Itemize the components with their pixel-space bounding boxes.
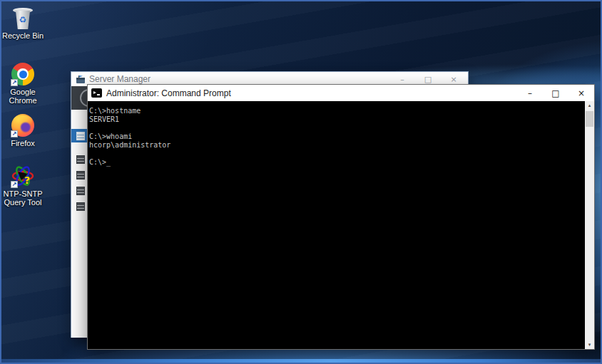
server-manager-title: Server Manager [89, 74, 150, 84]
close-button[interactable]: × [441, 75, 466, 84]
terminal-line [89, 124, 583, 132]
shortcut-arrow-icon: ↗ [11, 181, 18, 188]
server-manager-app-icon [76, 75, 86, 83]
command-prompt-title: Administrator: Command Prompt [106, 88, 231, 98]
maximize-button[interactable]: □ [415, 75, 441, 84]
chrome-icon: ↗ [11, 63, 34, 85]
scroll-down-icon[interactable]: ▾ [585, 340, 594, 349]
scroll-up-icon[interactable]: ▴ [585, 101, 594, 110]
scrollbar-thumb[interactable] [586, 111, 593, 127]
close-button[interactable]: × [568, 88, 594, 98]
desktop-icon-recycle-bin[interactable]: ♻ Recycle Bin [1, 6, 44, 40]
firefox-icon: ↗ [11, 114, 34, 137]
ntp-sntp-tool-icon: ? ↗ [11, 165, 34, 187]
server-icon [76, 171, 85, 180]
recycle-symbol-icon: ♻ [11, 15, 34, 25]
terminal-line: C:\>whoami [89, 132, 583, 141]
vertical-scrollbar[interactable]: ▴ ▾ [585, 101, 594, 349]
desktop-icon-label: Google Chrome [1, 88, 44, 105]
server-icon [76, 155, 85, 164]
command-prompt-window[interactable]: Administrator: Command Prompt – □ × C:\>… [87, 84, 595, 350]
desktop-icon-label: Firefox [1, 139, 44, 147]
command-prompt-titlebar[interactable]: Administrator: Command Prompt – □ × [88, 85, 594, 101]
terminal-line: hcorp\administrator [89, 141, 583, 150]
minimize-button[interactable]: – [517, 88, 543, 98]
maximize-button[interactable]: □ [543, 88, 568, 98]
terminal-line: SERVER1 [89, 115, 583, 124]
desktop-icon-label: Recycle Bin [1, 31, 44, 40]
wallpaper-bottom-beam [1, 359, 601, 363]
terminal-line: C:\>hostname [89, 107, 583, 115]
terminal-line: C:\>_ [89, 158, 583, 167]
shortcut-arrow-icon: ↗ [11, 79, 18, 86]
minimize-button[interactable]: – [389, 75, 415, 84]
dashboard-icon [76, 132, 85, 140]
storage-icon [76, 202, 85, 211]
svg-text:?: ? [24, 175, 30, 186]
shortcut-arrow-icon: ↗ [11, 130, 18, 137]
terminal-cursor: _ [106, 158, 111, 167]
terminal-lines: C:\>hostnameSERVER1C:\>whoamihcorp\admin… [89, 107, 583, 167]
terminal-line [89, 150, 583, 158]
server-icon [76, 187, 85, 195]
terminal-content[interactable]: C:\>hostnameSERVER1C:\>whoamihcorp\admin… [88, 101, 594, 349]
desktop-icon-label: NTP-SNTP Query Tool [1, 189, 44, 207]
desktop: ♻ Recycle Bin ↗ Google Chrome ↗ Firefox … [0, 0, 602, 364]
desktop-icon-ntp-sntp-query-tool[interactable]: ? ↗ NTP-SNTP Query Tool [1, 165, 44, 207]
cmd-app-icon [91, 88, 102, 98]
desktop-icon-google-chrome[interactable]: ↗ Google Chrome [1, 63, 44, 105]
desktop-icon-firefox[interactable]: ↗ Firefox [1, 114, 44, 147]
recycle-bin-icon: ♻ [11, 6, 34, 29]
